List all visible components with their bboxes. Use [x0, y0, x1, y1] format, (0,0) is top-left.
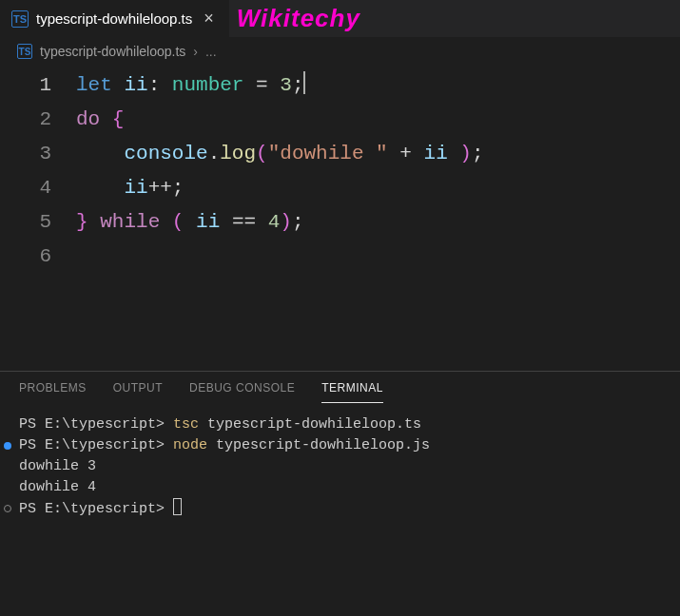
code-editor[interactable]: 1 let ii: number = 3; 2 do { 3 console.l… — [0, 65, 680, 274]
tab-debug-console[interactable]: DEBUG CONSOLE — [189, 381, 295, 403]
terminal[interactable]: PS E:\typescript> tsc typescript-dowhile… — [0, 403, 680, 531]
watermark-text: Wikitechy — [237, 4, 360, 33]
keyword-while: while — [100, 211, 160, 233]
terminal-arg: typescript-dowhileloop.ts — [207, 416, 421, 433]
tab-problems[interactable]: PROBLEMS — [19, 381, 87, 403]
prompt: PS E:\typescript> — [19, 501, 165, 517]
line-number: 3 — [0, 137, 76, 171]
line-number: 2 — [0, 103, 76, 137]
tab-filename: typescript-dowhileloop.ts — [36, 10, 192, 27]
paren: ( — [256, 143, 268, 164]
punct: : — [148, 74, 161, 96]
punct: . — [208, 143, 221, 164]
tab-output[interactable]: OUTPUT — [113, 381, 163, 403]
paren: ) — [280, 211, 292, 233]
close-icon[interactable]: × — [200, 9, 218, 29]
line-number: 6 — [0, 240, 76, 274]
breadcrumb-filename: typescript-dowhileloop.ts — [40, 44, 185, 59]
keyword-do: do — [76, 108, 100, 130]
number-literal: 4 — [268, 211, 281, 233]
method-log: log — [220, 143, 256, 164]
terminal-output: dowhile 4 — [19, 477, 661, 498]
line-number: 1 — [0, 68, 76, 103]
brace: } — [76, 211, 88, 233]
editor-tab[interactable]: TS typescript-dowhileloop.ts × — [0, 0, 229, 37]
prompt: PS E:\typescript> — [19, 437, 165, 453]
punct: == — [232, 211, 256, 233]
object-console: console — [124, 143, 207, 164]
ts-file-icon: TS — [11, 10, 29, 28]
punct: = — [256, 74, 268, 96]
number-literal: 3 — [280, 74, 292, 96]
terminal-cursor — [173, 498, 182, 515]
terminal-line: PS E:\typescript> node typescript-dowhil… — [19, 435, 661, 456]
panel-tabs: PROBLEMS OUTPUT DEBUG CONSOLE TERMINAL — [0, 372, 680, 403]
keyword-let: let — [76, 74, 112, 96]
identifier: ii — [196, 211, 220, 233]
editor-cursor — [303, 71, 305, 94]
prompt: PS E:\typescript> — [19, 416, 165, 433]
ts-file-icon: TS — [17, 44, 32, 59]
indicator-dot — [4, 505, 11, 512]
terminal-command: node — [173, 437, 207, 453]
string-literal: "dowhile " — [268, 143, 388, 164]
breadcrumb-ellipsis: ... — [205, 44, 217, 59]
terminal-arg: typescript-dowhileloop.js — [216, 437, 430, 453]
chevron-right-icon: › — [193, 44, 198, 59]
brace: { — [112, 108, 125, 130]
identifier: ii — [124, 74, 147, 96]
punct: ; — [172, 177, 185, 199]
terminal-line: PS E:\typescript> — [19, 498, 661, 520]
paren: ) — [459, 143, 472, 164]
tab-bar: TS typescript-dowhileloop.ts × Wikitechy — [0, 0, 680, 38]
terminal-output: dowhile 3 — [19, 456, 661, 477]
punct: + — [399, 143, 412, 164]
identifier: ii — [124, 177, 147, 199]
identifier: ii — [424, 143, 448, 164]
line-number: 5 — [0, 205, 76, 240]
breadcrumb[interactable]: TS typescript-dowhileloop.ts › ... — [0, 38, 680, 65]
paren: ( — [172, 211, 185, 233]
punct: ++ — [148, 177, 172, 199]
terminal-command: tsc — [173, 416, 199, 433]
punct: ; — [472, 143, 484, 164]
change-indicator-dot — [4, 442, 11, 450]
terminal-line: PS E:\typescript> tsc typescript-dowhile… — [19, 414, 661, 435]
tab-terminal[interactable]: TERMINAL — [321, 381, 383, 403]
bottom-panel: PROBLEMS OUTPUT DEBUG CONSOLE TERMINAL P… — [0, 371, 680, 616]
punct: ; — [292, 211, 304, 233]
type-annotation: number — [172, 74, 244, 96]
line-number: 4 — [0, 171, 76, 205]
